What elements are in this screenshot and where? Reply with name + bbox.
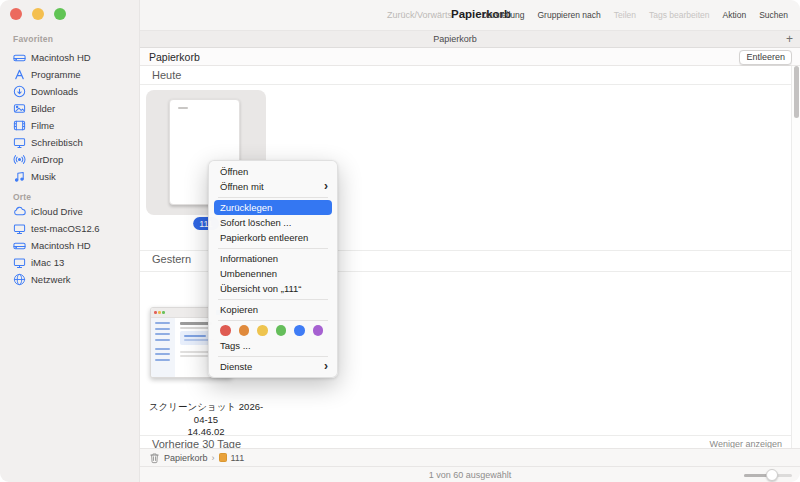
sidebar-item-label: iCloud Drive bbox=[31, 206, 83, 217]
sidebar-item-imac-13[interactable]: iMac 13 bbox=[6, 254, 134, 271]
sidebar-item-label: Netzwerk bbox=[31, 274, 71, 285]
sidebar-item-label: Macintosh HD bbox=[31, 240, 91, 251]
menu-item-tags[interactable]: Tags ... bbox=[209, 338, 337, 353]
menu-item-get-info[interactable]: Informationen bbox=[209, 251, 337, 266]
titlebar: Zurück/Vorwärts Papierkorb Darstellung G… bbox=[140, 0, 800, 30]
breadcrumb-root[interactable]: Papierkorb bbox=[164, 453, 208, 463]
minimize-button[interactable] bbox=[32, 8, 44, 20]
sidebar-item-macintosh-hd[interactable]: Macintosh HD bbox=[6, 49, 134, 66]
group-divider bbox=[140, 84, 791, 85]
scrollbar-track[interactable] bbox=[791, 66, 800, 448]
back-forward-buttons[interactable]: Zurück/Vorwärts bbox=[387, 10, 452, 20]
empty-trash-button[interactable]: Entleeren bbox=[739, 50, 792, 65]
menu-item-quick-look[interactable]: Übersicht von „111“ bbox=[209, 281, 337, 296]
screenshot-label-line2: 14.46.02 bbox=[146, 426, 266, 439]
group-by-button[interactable]: Gruppieren nach bbox=[537, 10, 600, 20]
menu-item-delete-immediately[interactable]: Sofort löschen ... bbox=[209, 215, 337, 230]
thumbnail-text-line bbox=[155, 333, 170, 335]
thumbnail-close-dot bbox=[154, 311, 157, 314]
sidebar-section-favorites: Favoriten bbox=[13, 34, 53, 44]
slider-knob[interactable] bbox=[766, 469, 778, 481]
sidebar-item-label: Bilder bbox=[31, 103, 55, 114]
tag-red[interactable] bbox=[220, 325, 231, 336]
view-button[interactable]: Darstellung bbox=[481, 10, 524, 20]
sidebar-item-test-macos[interactable]: test-macOS12.6 bbox=[6, 220, 134, 237]
menu-item-label: Öffnen mit bbox=[220, 181, 264, 192]
tab-bar: Papierkorb + bbox=[140, 30, 800, 48]
sidebar-item-downloads[interactable]: Downloads bbox=[6, 83, 134, 100]
sidebar-item-netzwerk[interactable]: Netzwerk bbox=[6, 271, 134, 288]
path-breadcrumb-bar: Papierkorb › 111 bbox=[140, 448, 800, 466]
sidebar-item-airdrop[interactable]: AirDrop bbox=[6, 151, 134, 168]
display-icon bbox=[12, 222, 26, 236]
action-button[interactable]: Aktion bbox=[723, 10, 747, 20]
menu-item-open-with[interactable]: Öffnen mit › bbox=[209, 179, 337, 194]
thumbnail-text-line bbox=[155, 328, 170, 330]
sidebar-item-label: Downloads bbox=[31, 86, 78, 97]
close-button[interactable] bbox=[10, 8, 22, 20]
pictures-icon bbox=[12, 102, 26, 116]
sidebar-item-label: test-macOS12.6 bbox=[31, 223, 100, 234]
submenu-arrow-icon: › bbox=[324, 359, 328, 373]
menu-item-empty-trash[interactable]: Papierkorb entleeren bbox=[209, 230, 337, 245]
sidebar-item-label: iMac 13 bbox=[31, 257, 64, 268]
menu-item-rename[interactable]: Umbenennen bbox=[209, 266, 337, 281]
desktop-icon bbox=[12, 136, 26, 150]
finder-window: Favoriten Macintosh HD Programme Downloa… bbox=[0, 0, 800, 482]
sidebar-item-filme[interactable]: Filme bbox=[6, 117, 134, 134]
edit-tags-button[interactable]: Tags bearbeiten bbox=[649, 10, 710, 20]
applications-icon bbox=[12, 68, 26, 82]
menu-item-label: Dienste bbox=[220, 361, 252, 372]
thumbnail-text-line bbox=[178, 107, 188, 109]
menu-separator bbox=[218, 299, 328, 300]
menu-separator bbox=[218, 197, 328, 198]
tag-blue[interactable] bbox=[294, 325, 305, 336]
group-header-gestern: Gestern bbox=[152, 253, 191, 265]
search-button[interactable]: Suchen bbox=[759, 10, 788, 20]
submenu-arrow-icon: › bbox=[324, 179, 328, 193]
thumbnail-text-line bbox=[180, 355, 208, 357]
sidebar-item-programme[interactable]: Programme bbox=[6, 66, 134, 83]
zoom-button[interactable] bbox=[54, 8, 66, 20]
group-header-vorherige-30-tage: Vorherige 30 Tage bbox=[152, 438, 241, 448]
screenshot-file-label[interactable]: スクリーンショット 2026-04-15 14.46.02 bbox=[146, 401, 266, 439]
tag-green[interactable] bbox=[276, 325, 287, 336]
new-tab-button[interactable]: + bbox=[786, 31, 793, 47]
location-bar: Papierkorb Entleeren bbox=[140, 48, 800, 66]
sidebar-item-label: Schreibtisch bbox=[31, 137, 83, 148]
hard-drive-icon bbox=[12, 239, 26, 253]
sidebar: Favoriten Macintosh HD Programme Downloa… bbox=[0, 0, 140, 482]
sidebar-item-bilder[interactable]: Bilder bbox=[6, 100, 134, 117]
thumbnail-text-line bbox=[184, 335, 206, 337]
share-button[interactable]: Teilen bbox=[614, 10, 636, 20]
breadcrumb-current[interactable]: 111 bbox=[231, 453, 245, 463]
menu-item-put-back[interactable]: Zurücklegen bbox=[214, 200, 332, 215]
show-less-button[interactable]: Weniger anzeigen bbox=[710, 439, 782, 448]
toolbar: Darstellung Gruppieren nach Teilen Tags … bbox=[481, 10, 788, 20]
menu-item-copy[interactable]: Kopieren bbox=[209, 302, 337, 317]
selection-info: 1 von 60 ausgewählt bbox=[140, 470, 800, 480]
status-bar: 1 von 60 ausgewählt bbox=[140, 466, 800, 482]
sidebar-item-label: AirDrop bbox=[31, 154, 63, 165]
location-title: Papierkorb bbox=[149, 51, 200, 63]
sidebar-item-macintosh-hd-orte[interactable]: Macintosh HD bbox=[6, 237, 134, 254]
tag-yellow[interactable] bbox=[257, 325, 268, 336]
sidebar-item-schreibtisch[interactable]: Schreibtisch bbox=[6, 134, 134, 151]
downloads-icon bbox=[12, 85, 26, 99]
movies-icon bbox=[12, 119, 26, 133]
group-header-heute: Heute bbox=[152, 69, 181, 81]
sidebar-item-musik[interactable]: Musik bbox=[6, 168, 134, 185]
menu-separator bbox=[218, 320, 328, 321]
scrollbar-thumb[interactable] bbox=[794, 66, 799, 118]
thumbnail-sidebar bbox=[151, 318, 175, 378]
tag-purple[interactable] bbox=[313, 325, 324, 336]
tab-papierkorb[interactable]: Papierkorb bbox=[140, 34, 770, 44]
airdrop-icon bbox=[12, 153, 26, 167]
tag-orange[interactable] bbox=[239, 325, 250, 336]
sidebar-item-icloud-drive[interactable]: iCloud Drive bbox=[6, 203, 134, 220]
icon-size-slider[interactable] bbox=[744, 474, 792, 477]
sidebar-item-label: Filme bbox=[31, 120, 54, 131]
tag-color-row bbox=[209, 323, 337, 338]
menu-item-open[interactable]: Öffnen bbox=[209, 164, 337, 179]
menu-item-services[interactable]: Dienste › bbox=[209, 359, 337, 374]
